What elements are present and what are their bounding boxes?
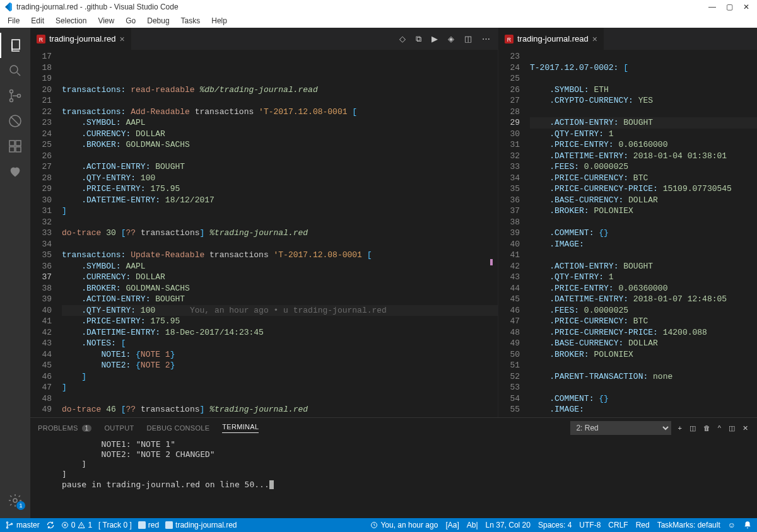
panel-tab-terminal[interactable]: TERMINAL bbox=[222, 423, 259, 433]
menu-edit[interactable]: Edit bbox=[26, 15, 49, 26]
vscode-logo-icon bbox=[3, 2, 13, 12]
panel-tab-problems[interactable]: PROBLEMS 1 bbox=[38, 424, 91, 432]
file-icon: R bbox=[505, 35, 513, 43]
favorite-icon[interactable] bbox=[0, 159, 30, 184]
svg-text:R: R bbox=[507, 36, 511, 42]
svg-rect-0 bbox=[12, 40, 20, 49]
menu-help[interactable]: Help bbox=[206, 15, 232, 26]
svg-point-16 bbox=[6, 527, 8, 528]
terminal-selector[interactable]: 2: Red bbox=[570, 421, 671, 435]
panel-tabs: PROBLEMS 1 OUTPUT DEBUG CONSOLE TERMINAL… bbox=[30, 418, 757, 438]
status-errors[interactable]: 0 1 bbox=[61, 521, 92, 529]
editor-group-right: R trading-journal.read × 232425262728293… bbox=[498, 28, 757, 417]
status-bell-icon[interactable] bbox=[743, 521, 752, 529]
menubar: FileEditSelectionViewGoDebugTasksHelp bbox=[0, 14, 757, 28]
status-spaces[interactable]: Spaces: 4 bbox=[538, 521, 572, 529]
close-icon[interactable]: ✕ bbox=[743, 3, 749, 11]
svg-point-3 bbox=[10, 99, 13, 102]
close-panel-icon[interactable]: ✕ bbox=[741, 423, 749, 434]
maximize-panel-icon[interactable]: ^ bbox=[717, 423, 722, 433]
tab-label: trading-journal.read bbox=[517, 34, 589, 43]
source-control-icon[interactable] bbox=[0, 83, 30, 108]
open-changes-icon[interactable]: ⧉ bbox=[413, 32, 424, 47]
menu-debug[interactable]: Debug bbox=[142, 15, 174, 26]
more-icon[interactable]: ⋯ bbox=[479, 32, 493, 46]
split-editor-icon[interactable]: ◫ bbox=[462, 32, 474, 46]
window-controls: — ▢ ✕ bbox=[708, 3, 754, 11]
svg-rect-6 bbox=[9, 141, 15, 146]
preview-icon[interactable]: ◈ bbox=[445, 32, 457, 46]
status-track[interactable]: [ Track 0 ] bbox=[98, 521, 132, 529]
statusbar: master 0 1 [ Track 0 ] red trading-journ… bbox=[0, 518, 757, 532]
settings-badge: 1 bbox=[16, 501, 25, 510]
menu-tasks[interactable]: Tasks bbox=[176, 15, 206, 26]
status-case[interactable]: [Aa] bbox=[445, 521, 459, 529]
window-title: trading-journal.red - .github - Visual S… bbox=[16, 3, 708, 11]
run-icon[interactable]: ▶ bbox=[429, 32, 440, 46]
maximize-icon[interactable]: ▢ bbox=[726, 3, 733, 11]
extensions-icon[interactable] bbox=[0, 134, 30, 159]
status-branch[interactable]: master bbox=[5, 521, 40, 529]
gutter-decoration bbox=[490, 259, 493, 265]
menu-view[interactable]: View bbox=[93, 15, 119, 26]
menu-selection[interactable]: Selection bbox=[50, 15, 91, 26]
activity-bar: 1 bbox=[0, 28, 30, 518]
terminal[interactable]: NOTE1: "NOTE 1" NOTE2: "NOTE 2 CHANGED" … bbox=[30, 438, 757, 518]
kill-terminal-icon[interactable]: 🗑 bbox=[702, 423, 712, 433]
tab-label: trading-journal.red bbox=[49, 34, 116, 43]
code-content-right[interactable]: T-2017.12.07-0002: [ .SYMBOL: ETH .CRYPT… bbox=[530, 50, 757, 417]
menu-file[interactable]: File bbox=[3, 15, 25, 26]
code-editor-left[interactable]: 1718192021222324252627282930313233343536… bbox=[30, 50, 498, 417]
panel-tab-output[interactable]: OUTPUT bbox=[104, 424, 134, 432]
gutter-right: 2324252627282930313233343536373839404142… bbox=[498, 50, 530, 417]
explorer-icon[interactable] bbox=[0, 33, 30, 58]
settings-gear-icon[interactable]: 1 bbox=[0, 488, 30, 513]
compare-changes-icon[interactable]: ◇ bbox=[397, 32, 408, 46]
status-file[interactable]: trading-journal.red bbox=[165, 521, 237, 529]
bottom-panel: PROBLEMS 1 OUTPUT DEBUG CONSOLE TERMINAL… bbox=[30, 417, 757, 518]
panel-tab-debug-console[interactable]: DEBUG CONSOLE bbox=[146, 424, 209, 432]
svg-text:R: R bbox=[39, 36, 43, 42]
svg-point-4 bbox=[18, 95, 21, 98]
new-terminal-icon[interactable]: + bbox=[676, 423, 683, 433]
minimize-icon[interactable]: — bbox=[708, 3, 716, 11]
menu-go[interactable]: Go bbox=[120, 15, 141, 26]
file-icon: R bbox=[37, 35, 45, 43]
tab-close-icon[interactable]: × bbox=[120, 34, 125, 44]
status-taskmarks[interactable]: TaskMarks: default bbox=[657, 521, 720, 529]
split-terminal-icon[interactable]: ◫ bbox=[688, 423, 697, 434]
titlebar: trading-journal.red - .github - Visual S… bbox=[0, 0, 757, 14]
gutter-left: 1718192021222324252627282930313233343536… bbox=[30, 50, 62, 417]
status-ab[interactable]: Ab| bbox=[467, 521, 478, 529]
svg-rect-9 bbox=[16, 141, 21, 146]
svg-rect-19 bbox=[138, 521, 146, 529]
debug-icon[interactable] bbox=[0, 108, 30, 134]
problems-badge: 1 bbox=[82, 425, 92, 432]
code-editor-right[interactable]: 2324252627282930313233343536373839404142… bbox=[498, 50, 757, 417]
svg-point-1 bbox=[10, 66, 18, 73]
svg-rect-7 bbox=[9, 147, 15, 152]
svg-rect-20 bbox=[165, 521, 173, 529]
tab-close-icon[interactable]: × bbox=[592, 34, 597, 44]
search-icon[interactable] bbox=[0, 58, 30, 83]
svg-point-15 bbox=[6, 522, 8, 523]
status-eol[interactable]: CRLF bbox=[608, 521, 628, 529]
editor-group-left: R trading-journal.red × ◇ ⧉ ▶ ◈ ◫ ⋯ bbox=[30, 28, 498, 417]
status-sync-icon[interactable] bbox=[46, 521, 55, 529]
status-feedback-icon[interactable]: ☺ bbox=[728, 521, 736, 529]
status-encoding[interactable]: UTF-8 bbox=[579, 521, 601, 529]
status-blame[interactable]: You, an hour ago bbox=[370, 521, 438, 529]
tab-trading-journal-read[interactable]: R trading-journal.read × bbox=[498, 28, 604, 50]
tabbar-right: R trading-journal.read × bbox=[498, 28, 757, 50]
svg-point-10 bbox=[13, 499, 17, 502]
panel-layout-icon[interactable]: ◫ bbox=[727, 423, 736, 434]
tab-actions-left: ◇ ⧉ ▶ ◈ ◫ ⋯ bbox=[392, 28, 498, 50]
svg-point-2 bbox=[10, 90, 13, 93]
tab-trading-journal-red[interactable]: R trading-journal.red × bbox=[30, 28, 132, 50]
status-language[interactable]: Red bbox=[636, 521, 650, 529]
svg-rect-8 bbox=[16, 147, 21, 152]
status-position[interactable]: Ln 37, Col 20 bbox=[486, 521, 531, 529]
code-content-left[interactable]: transactions: read-readable %db/trading-… bbox=[62, 50, 498, 417]
tabbar-left: R trading-journal.red × ◇ ⧉ ▶ ◈ ◫ ⋯ bbox=[30, 28, 498, 50]
status-lang-indicator[interactable]: red bbox=[138, 521, 159, 529]
